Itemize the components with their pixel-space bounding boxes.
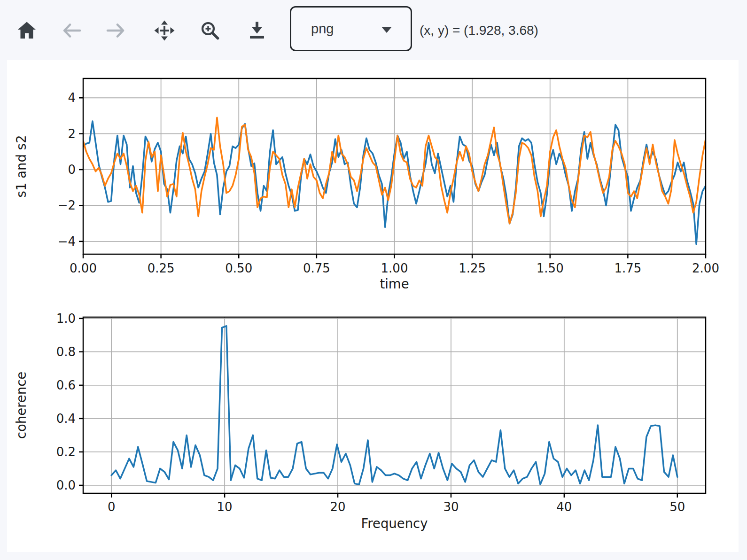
chevron-down-icon	[381, 27, 392, 33]
home-icon	[16, 20, 38, 41]
download-button[interactable]	[246, 19, 268, 42]
y-tick-label: −4	[58, 234, 76, 249]
charts-svg[interactable]: 0.000.250.500.751.001.251.501.752.00−4−2…	[7, 60, 739, 552]
format-select-value: png	[311, 21, 334, 37]
zoom-plus-icon	[199, 20, 221, 41]
pan-button[interactable]	[154, 19, 175, 42]
y-tick-label: 4	[68, 91, 76, 105]
x-tick-label: 10	[217, 500, 233, 514]
x-tick-label: 0.75	[303, 261, 330, 275]
y-tick-label: 0.8	[56, 345, 76, 359]
x-tick-label: 1.75	[614, 261, 641, 275]
x-tick-label: 1.00	[381, 261, 408, 275]
x-tick-label: 1.25	[459, 261, 486, 275]
x-tick-label: 2.00	[692, 261, 719, 275]
arrow-left-icon	[61, 20, 82, 41]
y-tick-label: 0.4	[56, 412, 76, 426]
figure-toolbar: png (x, y) = (1.928, 3.68)	[0, 0, 747, 60]
x-tick-label: 40	[556, 500, 572, 514]
y-tick-label: −2	[58, 198, 76, 212]
download-icon	[246, 20, 268, 41]
x-axis-label: Frequency	[361, 516, 428, 531]
home-button[interactable]	[16, 19, 38, 42]
y-tick-label: 2	[68, 127, 76, 141]
x-axis-label: time	[380, 276, 409, 291]
y-axis-label: s1 and s2	[14, 135, 29, 198]
x-tick-label: 50	[669, 500, 685, 514]
move-icon	[154, 20, 175, 41]
x-tick-label: 1.50	[537, 261, 564, 275]
zoom-to-rect-button[interactable]	[199, 19, 221, 42]
x-tick-label: 0.00	[70, 261, 97, 275]
y-tick-label: 0.2	[56, 445, 76, 459]
cursor-position-readout: (x, y) = (1.928, 3.68)	[420, 23, 538, 38]
app-root: png (x, y) = (1.928, 3.68) 0.000.250.500…	[0, 0, 747, 60]
y-axis-label: coherence	[14, 372, 29, 439]
format-select[interactable]: png	[290, 6, 412, 51]
figure-canvas[interactable]: 0.000.250.500.751.001.251.501.752.00−4−2…	[7, 60, 739, 552]
y-tick-label: 0	[68, 163, 76, 177]
x-tick-label: 0.50	[225, 261, 252, 275]
y-tick-label: 0.6	[56, 378, 76, 392]
arrow-right-icon	[105, 20, 127, 41]
x-tick-label: 20	[330, 500, 345, 514]
x-tick-label: 30	[443, 500, 459, 514]
back-button[interactable]	[61, 19, 82, 42]
x-tick-label: 0	[108, 500, 116, 514]
forward-button[interactable]	[105, 19, 127, 42]
x-tick-label: 0.25	[148, 261, 175, 275]
y-tick-label: 0.0	[56, 478, 76, 492]
y-tick-label: 1.0	[56, 311, 76, 326]
